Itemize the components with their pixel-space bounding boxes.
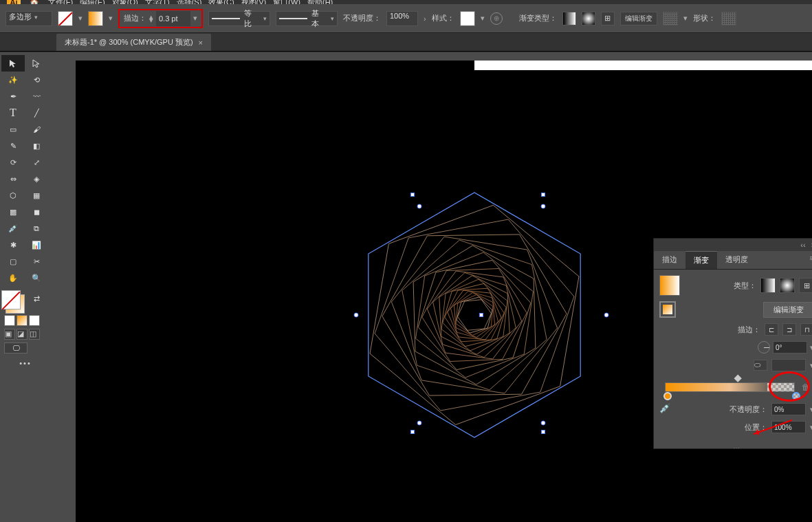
menu-select[interactable]: 选择(S)	[177, 0, 202, 4]
blend-tool[interactable]: ⧉	[25, 220, 48, 237]
swap-fill-stroke-icon[interactable]: ⇄	[25, 290, 48, 307]
pen-tool[interactable]: ✒	[1, 88, 25, 105]
bbox-handle[interactable]	[410, 193, 415, 197]
panel-tab-stroke[interactable]: 描边	[654, 251, 685, 269]
shape-type-select[interactable]: 多边形	[6, 11, 52, 26]
paintbrush-tool[interactable]: 🖌	[25, 121, 48, 138]
color-stop-left[interactable]	[663, 392, 672, 400]
symbol-sprayer-tool[interactable]: ✱	[1, 237, 25, 253]
stroke-color-swatch[interactable]	[88, 11, 103, 26]
shaper-tool[interactable]: ✎	[1, 138, 25, 154]
screen-mode-icon[interactable]: 🖵	[4, 342, 28, 354]
gradient-ramp[interactable]: 🗑	[659, 380, 812, 399]
direct-selection-tool[interactable]	[25, 55, 48, 72]
stop-location-input[interactable]	[771, 421, 806, 433]
freeform-gradient-button[interactable]: ⊞	[601, 12, 615, 25]
shape-builder-tool[interactable]: ⬡	[1, 187, 25, 204]
artboard-tool[interactable]: ▢	[1, 253, 25, 270]
eyedropper-tool[interactable]: 💉	[1, 220, 25, 237]
menu-help[interactable]: 帮助(H)	[307, 0, 333, 4]
stroke-weight-input[interactable]: 0.3 pt	[156, 11, 190, 26]
angle-dial-icon[interactable]	[758, 341, 770, 354]
profile-select[interactable]: 等比	[208, 11, 270, 26]
canvas[interactable]: ‹‹ × 描边 渐变 透明度 ≡ 类型： ⊞	[76, 61, 812, 522]
mesh-tool[interactable]: ▩	[1, 204, 25, 220]
anchor-handle[interactable]	[604, 313, 609, 318]
anchor-handle[interactable]	[541, 421, 546, 426]
stroke-align-across-icon[interactable]: ⊐	[782, 323, 796, 336]
center-handle[interactable]	[479, 313, 483, 317]
stroke-align-out-icon[interactable]: ⊓	[800, 323, 812, 336]
panel-tab-transparency[interactable]: 透明度	[717, 251, 756, 269]
hand-tool[interactable]: ✋	[1, 270, 25, 286]
gradient-preview-swatch[interactable]	[659, 275, 680, 296]
panel-menu-icon[interactable]: ≡	[804, 251, 812, 269]
lasso-tool[interactable]: ⟲	[25, 72, 48, 88]
perspective-tool[interactable]: ▦	[25, 187, 48, 204]
menu-type[interactable]: 文字(T)	[145, 0, 170, 4]
hexagon-spiral-art[interactable]	[344, 191, 605, 439]
fill-stroke-swatch[interactable]	[1, 290, 25, 314]
type-tool[interactable]: T	[1, 105, 25, 121]
stroke-gradient-swatch[interactable]	[659, 301, 676, 318]
menu-view[interactable]: 视图(V)	[241, 0, 267, 4]
slice-tool[interactable]: ✂	[25, 253, 48, 270]
color-stop-right[interactable]	[792, 392, 800, 400]
anchor-handle[interactable]	[417, 204, 422, 209]
style-swatch[interactable]	[460, 11, 475, 26]
home-icon[interactable]: 🏠	[28, 0, 41, 4]
stroke-align-in-icon[interactable]: ⊏	[765, 323, 778, 336]
midpoint-slider[interactable]	[734, 375, 741, 382]
eraser-tool[interactable]: ◧	[25, 138, 48, 154]
anchor-handle[interactable]	[354, 313, 359, 318]
color-mode-icon[interactable]	[4, 315, 15, 326]
selection-tool[interactable]	[1, 55, 25, 72]
line-tool[interactable]: ╱	[25, 105, 48, 121]
radial-type-button[interactable]	[780, 278, 795, 293]
rotate-tool[interactable]: ⟳	[1, 154, 25, 171]
draw-behind-icon[interactable]: ◪	[17, 329, 28, 340]
draw-inside-icon[interactable]: ◫	[29, 329, 40, 340]
free-transform-tool[interactable]: ◈	[25, 171, 48, 187]
anchor-handle[interactable]	[417, 421, 422, 426]
align-menu-icon[interactable]	[663, 12, 678, 25]
curvature-tool[interactable]: 〰	[25, 88, 48, 105]
anchor-handle[interactable]	[541, 204, 546, 209]
fill-swatch[interactable]	[58, 11, 73, 26]
transform-menu-icon[interactable]	[721, 12, 736, 25]
rectangle-tool[interactable]: ▭	[1, 121, 25, 138]
scale-tool[interactable]: ⤢	[25, 154, 48, 171]
bbox-handle[interactable]	[541, 193, 545, 197]
radial-gradient-button[interactable]	[582, 12, 595, 25]
close-tab-icon[interactable]: ×	[199, 39, 203, 47]
gradient-mode-icon[interactable]	[17, 315, 28, 326]
menu-object[interactable]: 对象(O)	[112, 0, 138, 4]
graph-tool[interactable]: 📊	[25, 237, 48, 253]
none-mode-icon[interactable]	[29, 315, 40, 326]
draw-normal-icon[interactable]: ▣	[4, 329, 15, 340]
panel-resize-grip[interactable]	[654, 444, 812, 448]
aspect-ratio-icon[interactable]: ⬭	[754, 360, 767, 371]
angle-input[interactable]	[773, 341, 807, 354]
menu-effect[interactable]: 效果(C)	[208, 0, 234, 4]
panel-collapse-icon[interactable]: ‹‹	[800, 241, 805, 249]
bbox-handle[interactable]	[541, 430, 545, 434]
menu-window[interactable]: 窗口(W)	[273, 0, 300, 4]
freeform-type-button[interactable]: ⊞	[799, 278, 812, 293]
linear-gradient-button[interactable]	[562, 12, 576, 25]
menu-file[interactable]: 文件(F)	[48, 0, 73, 4]
eyedropper-icon[interactable]: 💉	[659, 403, 672, 415]
stop-opacity-input[interactable]	[771, 403, 806, 415]
panel-edit-gradient-button[interactable]: 编辑渐变	[763, 302, 812, 318]
stroke-spinner[interactable]: ▴▾	[149, 15, 153, 22]
document-tab[interactable]: 未标题-1* @ 300% (CMYK/GPU 预览) ×	[56, 34, 211, 51]
linear-type-button[interactable]	[760, 278, 776, 293]
menu-edit[interactable]: 编辑(E)	[80, 0, 105, 4]
zoom-tool[interactable]: 🔍	[25, 270, 48, 286]
panel-tab-gradient[interactable]: 渐变	[685, 251, 717, 269]
edit-toolbar-icon[interactable]: •••	[1, 355, 50, 367]
edit-gradient-button[interactable]: 编辑渐变	[620, 12, 657, 25]
bbox-handle[interactable]	[410, 430, 415, 434]
gradient-tool[interactable]: ◼	[25, 204, 48, 220]
recolor-icon[interactable]: ⊕	[490, 12, 503, 25]
